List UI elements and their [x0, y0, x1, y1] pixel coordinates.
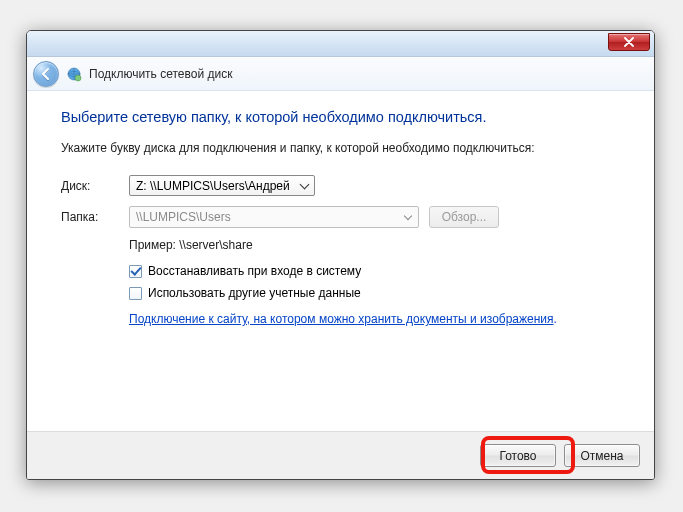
folder-row: Папка: \\LUMPICS\Users Обзор...: [61, 206, 620, 228]
finish-button[interactable]: Готово: [480, 444, 556, 467]
header-title: Подключить сетевой диск: [89, 67, 232, 81]
drive-dropdown[interactable]: Z: \\LUMPICS\Users\Андрей: [129, 175, 315, 196]
wizard-header: Подключить сетевой диск: [27, 57, 654, 91]
browse-button: Обзор...: [429, 206, 499, 228]
drive-label: Диск:: [61, 179, 129, 193]
other-creds-checkbox[interactable]: [129, 287, 142, 300]
drive-value: Z: \\LUMPICS\Users\Андрей: [136, 179, 290, 193]
chevron-down-icon: [404, 211, 412, 219]
finish-label: Готово: [499, 449, 536, 463]
close-icon: [624, 37, 634, 47]
connect-site-link[interactable]: Подключение к сайту, на котором можно хр…: [129, 312, 554, 326]
main-heading: Выберите сетевую папку, к которой необхо…: [61, 109, 620, 125]
content-area: Выберите сетевую папку, к которой необхо…: [27, 91, 654, 431]
arrow-left-icon: [39, 67, 53, 81]
svg-point-2: [75, 75, 81, 81]
back-button[interactable]: [33, 61, 59, 87]
reconnect-checkbox[interactable]: [129, 265, 142, 278]
network-drive-icon: [65, 65, 83, 83]
folder-value: \\LUMPICS\Users: [136, 210, 231, 224]
reconnect-label: Восстанавливать при входе в систему: [148, 264, 361, 278]
dialog-window: Подключить сетевой диск Выберите сетевую…: [26, 30, 655, 480]
titlebar[interactable]: [27, 31, 654, 57]
other-creds-label: Использовать другие учетные данные: [148, 286, 361, 300]
reconnect-row: Восстанавливать при входе в систему: [129, 264, 620, 278]
folder-combobox[interactable]: \\LUMPICS\Users: [129, 206, 419, 228]
other-creds-row: Использовать другие учетные данные: [129, 286, 620, 300]
cancel-label: Отмена: [580, 449, 623, 463]
chevron-down-icon: [300, 179, 310, 189]
example-text: Пример: \\server\share: [129, 238, 620, 252]
drive-row: Диск: Z: \\LUMPICS\Users\Андрей: [61, 175, 620, 196]
cancel-button[interactable]: Отмена: [564, 444, 640, 467]
footer: Готово Отмена: [27, 431, 654, 479]
instruction-text: Укажите букву диска для подключения и па…: [61, 141, 620, 155]
close-button[interactable]: [608, 33, 650, 51]
folder-label: Папка:: [61, 210, 129, 224]
link-row: Подключение к сайту, на котором можно хр…: [129, 312, 620, 326]
browse-label: Обзор...: [442, 210, 487, 224]
